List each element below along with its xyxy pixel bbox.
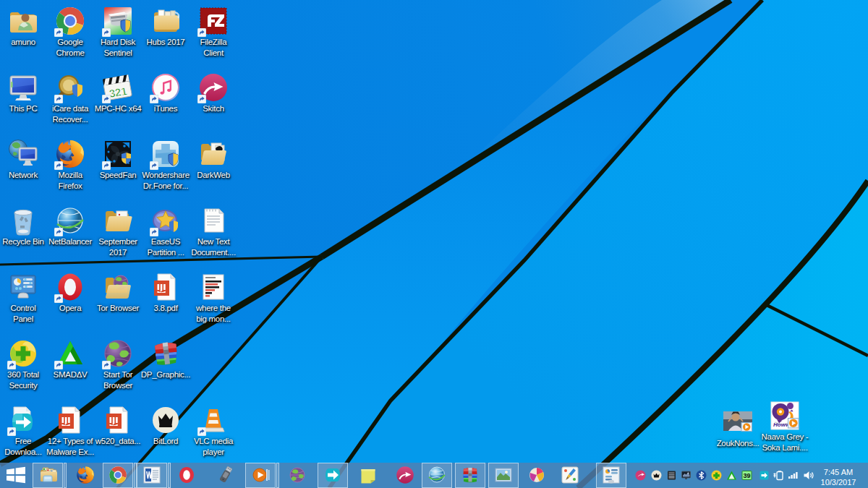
svg-text:39: 39 xyxy=(743,472,750,479)
